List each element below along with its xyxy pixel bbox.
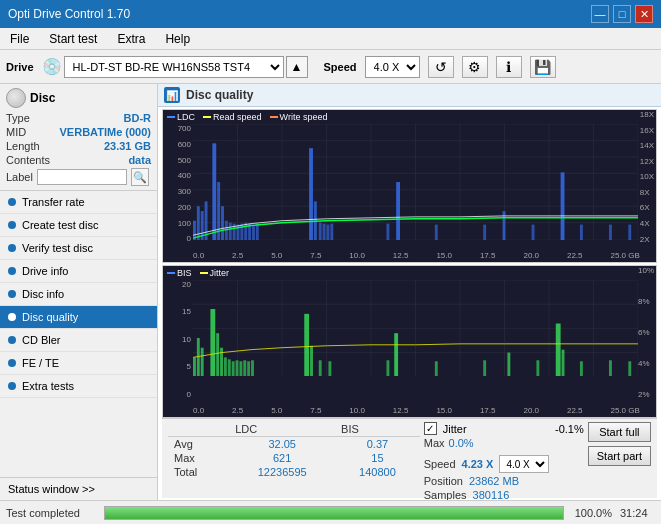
jitter-section: ✓ Jitter -0.1% Max 0.0% Speed 4.23 X — [424, 422, 584, 500]
sidebar-item-drive-info[interactable]: Drive info — [0, 260, 157, 283]
sidebar-item-disc-quality[interactable]: Disc quality — [0, 306, 157, 329]
position-value: 23862 MB — [469, 475, 519, 487]
sidebar-item-disc-info[interactable]: Disc info — [0, 283, 157, 306]
sidebar-item-verify-test-disc[interactable]: Verify test disc — [0, 237, 157, 260]
save-button[interactable]: 💾 — [530, 56, 556, 78]
disc-panel: Disc Type BD-R MID VERBATIMe (000) Lengt… — [0, 84, 157, 191]
drive-select[interactable]: HL-DT-ST BD-RE WH16NS58 TST4 — [64, 56, 284, 78]
bis-chart-svg — [193, 280, 638, 377]
nav-label: Disc quality — [22, 311, 78, 323]
col-ldc-header: LDC — [229, 422, 335, 437]
max-ldc-value: 621 — [229, 451, 335, 465]
jitter-checkbox[interactable]: ✓ — [424, 422, 437, 435]
titlebar: Opti Drive Control 1.70 — □ ✕ — [0, 0, 661, 28]
sidebar-item-create-test-disc[interactable]: Create test disc — [0, 214, 157, 237]
charts-area: LDC Read speed Write speed 700 — [158, 107, 661, 500]
middle-section: Disc Type BD-R MID VERBATIMe (000) Lengt… — [0, 84, 661, 500]
stats-table: LDC BIS Avg 32.05 0.37 — [168, 422, 420, 479]
sidebar: Disc Type BD-R MID VERBATIMe (000) Lengt… — [0, 84, 158, 500]
sidebar-item-extra-tests[interactable]: Extra tests — [0, 375, 157, 398]
nav-bullet — [8, 359, 16, 367]
speed-select[interactable]: 4.0 X 2.0 X 6.0 X — [365, 56, 420, 78]
svg-rect-22 — [212, 143, 216, 240]
svg-rect-29 — [240, 224, 243, 240]
svg-rect-74 — [236, 360, 239, 376]
disc-label-button[interactable]: 🔍 — [131, 168, 149, 186]
disc-quality-title: Disc quality — [186, 88, 253, 102]
svg-rect-26 — [229, 223, 232, 240]
maximize-button[interactable]: □ — [613, 5, 631, 23]
start-full-button[interactable]: Start full — [588, 422, 651, 442]
jitter-color — [200, 272, 208, 274]
speed-row: Speed 4.23 X 4.0 X 2.0 X — [424, 455, 584, 473]
avg-label: Avg — [168, 437, 229, 452]
disc-section-label: Disc — [30, 91, 55, 105]
legend-bis: BIS — [167, 268, 192, 278]
svg-rect-75 — [239, 361, 242, 376]
svg-rect-41 — [396, 182, 400, 240]
info-button[interactable]: ℹ — [496, 56, 522, 78]
jitter-label: Jitter — [443, 423, 467, 435]
speed-stat-select[interactable]: 4.0 X 2.0 X — [499, 455, 549, 473]
svg-rect-32 — [252, 225, 255, 240]
svg-rect-43 — [483, 225, 486, 240]
ldc-chart-svg — [193, 124, 638, 240]
settings-button[interactable]: ⚙ — [462, 56, 488, 78]
jitter-max-value: 0.0% — [449, 437, 474, 449]
nav-bullet — [8, 198, 16, 206]
progress-time: 31:24 — [620, 507, 655, 519]
legend-write-label: Write speed — [280, 112, 328, 122]
svg-rect-86 — [483, 360, 486, 376]
speed-stat-label: Speed — [424, 458, 456, 470]
disc-label-label: Label — [6, 171, 33, 183]
status-window-button[interactable]: Status window >> — [0, 477, 157, 500]
progress-area: Test completed 100.0% 31:24 — [0, 500, 661, 524]
window-controls: — □ ✕ — [591, 5, 653, 23]
svg-rect-71 — [224, 357, 227, 376]
sidebar-item-cd-bler[interactable]: CD Bler — [0, 329, 157, 352]
menu-help[interactable]: Help — [161, 31, 194, 47]
avg-ldc-value: 32.05 — [229, 437, 335, 452]
start-buttons: Start full Start part — [588, 422, 651, 466]
svg-rect-91 — [580, 361, 583, 376]
disc-mid-row: MID VERBATIMe (000) — [6, 126, 151, 138]
app-title: Opti Drive Control 1.70 — [8, 7, 130, 21]
nav-bullet — [8, 313, 16, 321]
disc-mid-value: VERBATIMe (000) — [60, 126, 151, 138]
disc-contents-label: Contents — [6, 154, 50, 166]
disc-type-label: Type — [6, 112, 30, 124]
svg-rect-92 — [609, 360, 612, 376]
minimize-button[interactable]: — — [591, 5, 609, 23]
stats-total-row: Total 12236595 140800 — [168, 465, 420, 479]
svg-rect-77 — [247, 361, 250, 376]
avg-bis-value: 0.37 — [335, 437, 420, 452]
svg-rect-78 — [251, 360, 254, 376]
svg-rect-38 — [327, 225, 330, 240]
write-speed-color — [270, 116, 278, 118]
disc-label-row: Label 🔍 — [6, 168, 151, 186]
svg-rect-24 — [221, 206, 224, 240]
disc-contents-row: Contents data — [6, 154, 151, 166]
refresh-button[interactable]: ↺ — [428, 56, 454, 78]
eject-button[interactable]: ▲ — [286, 56, 308, 78]
jitter-row: ✓ Jitter -0.1% — [424, 422, 584, 435]
close-button[interactable]: ✕ — [635, 5, 653, 23]
svg-rect-49 — [628, 225, 631, 240]
legend-bis-label: BIS — [177, 268, 192, 278]
menu-start-test[interactable]: Start test — [45, 31, 101, 47]
sidebar-item-transfer-rate[interactable]: Transfer rate — [0, 191, 157, 214]
disc-icon — [6, 88, 26, 108]
svg-rect-89 — [556, 323, 561, 376]
svg-rect-72 — [228, 359, 231, 376]
drivebar: Drive 💿 HL-DT-ST BD-RE WH16NS58 TST4 ▲ S… — [0, 50, 661, 84]
sidebar-item-fe-te[interactable]: FE / TE — [0, 352, 157, 375]
nav-label: FE / TE — [22, 357, 59, 369]
start-part-button[interactable]: Start part — [588, 446, 651, 466]
svg-rect-84 — [394, 333, 398, 377]
disc-label-input[interactable] — [37, 169, 127, 185]
nav-label: Verify test disc — [22, 242, 93, 254]
svg-rect-81 — [319, 360, 322, 376]
menu-extra[interactable]: Extra — [113, 31, 149, 47]
svg-rect-65 — [193, 357, 196, 376]
menu-file[interactable]: File — [6, 31, 33, 47]
